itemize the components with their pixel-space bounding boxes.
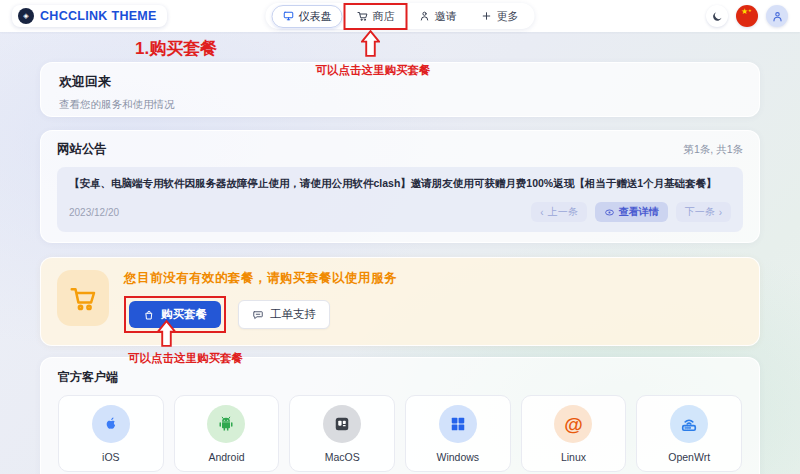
ticket-support-button[interactable]: 工单支持 bbox=[238, 300, 330, 329]
linux-swirl-icon: @ bbox=[554, 405, 592, 443]
router-icon bbox=[670, 405, 708, 443]
client-label: OpenWrt bbox=[668, 451, 710, 463]
chevron-left-icon: ‹ bbox=[540, 207, 543, 218]
client-card-ios[interactable]: iOS bbox=[58, 395, 164, 472]
alert-body: 您目前没有有效的套餐，请购买套餐以使用服务 购买套餐 工单支持 bbox=[124, 270, 397, 333]
notice-buttons: ‹ 上一条 查看详情 下一条 › bbox=[531, 202, 731, 222]
chevron-right-icon: › bbox=[719, 207, 722, 218]
nav-label: 仪表盘 bbox=[299, 9, 332, 24]
clients-title: 官方客户端 bbox=[58, 369, 742, 386]
main-content: 欢迎回来 查看您的服务和使用情况 网站公告 第1条, 共1条 【安卓、电脑端专用… bbox=[40, 32, 760, 474]
buy-plan-button[interactable]: 购买套餐 bbox=[129, 301, 221, 328]
nav-label: 更多 bbox=[497, 9, 519, 24]
plus-icon bbox=[481, 10, 493, 22]
person-icon bbox=[419, 10, 431, 22]
topbar: ◈ CHCCLINK THEME 仪表盘 商店 邀请 更多 bbox=[0, 0, 800, 32]
language-button[interactable]: ★ ★ bbox=[736, 5, 758, 27]
notice-title: 网站公告 bbox=[57, 141, 107, 158]
eye-icon bbox=[604, 207, 615, 218]
nav-item-dashboard[interactable]: 仪表盘 bbox=[272, 5, 343, 28]
account-button[interactable] bbox=[766, 5, 788, 27]
main-nav: 仪表盘 商店 邀请 更多 bbox=[266, 3, 535, 29]
alert-buttons: 购买套餐 工单支持 bbox=[124, 296, 397, 333]
logo-icon: ◈ bbox=[18, 8, 34, 24]
clients-card: 官方客户端 iOS Android bbox=[40, 357, 760, 474]
moon-icon bbox=[711, 10, 724, 23]
ticket-label: 工单支持 bbox=[270, 307, 316, 322]
shopping-bag-icon bbox=[143, 309, 155, 321]
details-label: 查看详情 bbox=[619, 205, 659, 219]
shopping-cart-icon bbox=[68, 283, 98, 313]
theme-toggle-button[interactable] bbox=[706, 5, 728, 27]
buy-label: 购买套餐 bbox=[161, 307, 207, 322]
welcome-card: 欢迎回来 查看您的服务和使用情况 bbox=[40, 62, 760, 117]
clients-grid: iOS Android MacOS bbox=[58, 395, 742, 472]
client-card-windows[interactable]: Windows bbox=[405, 395, 511, 472]
prev-label: 上一条 bbox=[548, 205, 578, 219]
dashboard-page: ◈ CHCCLINK THEME 仪表盘 商店 邀请 更多 bbox=[0, 0, 800, 474]
client-label: Windows bbox=[437, 451, 480, 463]
client-card-openwrt[interactable]: OpenWrt bbox=[636, 395, 742, 472]
laptop-icon bbox=[323, 405, 361, 443]
monitor-icon bbox=[283, 10, 295, 22]
buy-button-annotation-box: 购买套餐 bbox=[124, 296, 226, 333]
chat-icon bbox=[252, 309, 264, 321]
notice-pagination: 第1条, 共1条 bbox=[683, 143, 743, 157]
notice-text: 【安卓、电脑端专用软件因服务器故障停止使用，请使用公用软件clash】邀请朋友使… bbox=[69, 177, 731, 191]
user-icon bbox=[771, 10, 784, 23]
client-card-android[interactable]: Android bbox=[174, 395, 280, 472]
notice-item: 【安卓、电脑端专用软件因服务器故障停止使用，请使用公用软件clash】邀请朋友使… bbox=[57, 167, 743, 232]
no-plan-alert: 您目前没有有效的套餐，请购买套餐以使用服务 购买套餐 工单支持 bbox=[40, 257, 760, 346]
view-details-button[interactable]: 查看详情 bbox=[595, 202, 668, 222]
client-label: Linux bbox=[561, 451, 586, 463]
client-label: iOS bbox=[102, 451, 120, 463]
logo-text: CHCCLINK THEME bbox=[40, 9, 157, 23]
client-card-macos[interactable]: MacOS bbox=[289, 395, 395, 472]
nav-label: 邀请 bbox=[435, 9, 457, 24]
alert-message: 您目前没有有效的套餐，请购买套餐以使用服务 bbox=[124, 270, 397, 287]
notice-footer: 2023/12/20 ‹ 上一条 查看详情 下一条 › bbox=[69, 202, 731, 222]
nav-item-invite[interactable]: 邀请 bbox=[409, 6, 467, 27]
android-icon bbox=[207, 405, 245, 443]
flag-star-small: ★ bbox=[748, 8, 752, 13]
notice-header: 网站公告 第1条, 共1条 bbox=[57, 141, 743, 158]
windows-icon bbox=[439, 405, 477, 443]
nav-item-more[interactable]: 更多 bbox=[471, 6, 529, 27]
prev-notice-button[interactable]: ‹ 上一条 bbox=[531, 202, 586, 222]
notice-date: 2023/12/20 bbox=[69, 207, 119, 218]
client-label: MacOS bbox=[325, 451, 360, 463]
apple-icon bbox=[92, 405, 130, 443]
client-label: Android bbox=[208, 451, 244, 463]
cart-badge bbox=[57, 270, 109, 326]
notice-card: 网站公告 第1条, 共1条 【安卓、电脑端专用软件因服务器故障停止使用，请使用公… bbox=[40, 130, 760, 243]
next-label: 下一条 bbox=[685, 205, 715, 219]
welcome-subtitle: 查看您的服务和使用情况 bbox=[59, 98, 741, 112]
nav-item-shop[interactable]: 商店 bbox=[347, 6, 405, 27]
nav-label: 商店 bbox=[373, 9, 395, 24]
welcome-title: 欢迎回来 bbox=[59, 73, 741, 91]
client-card-linux[interactable]: @ Linux bbox=[521, 395, 627, 472]
next-notice-button[interactable]: 下一条 › bbox=[676, 202, 731, 222]
logo[interactable]: ◈ CHCCLINK THEME bbox=[12, 5, 167, 27]
cart-icon bbox=[357, 10, 369, 22]
topbar-actions: ★ ★ bbox=[706, 5, 788, 27]
